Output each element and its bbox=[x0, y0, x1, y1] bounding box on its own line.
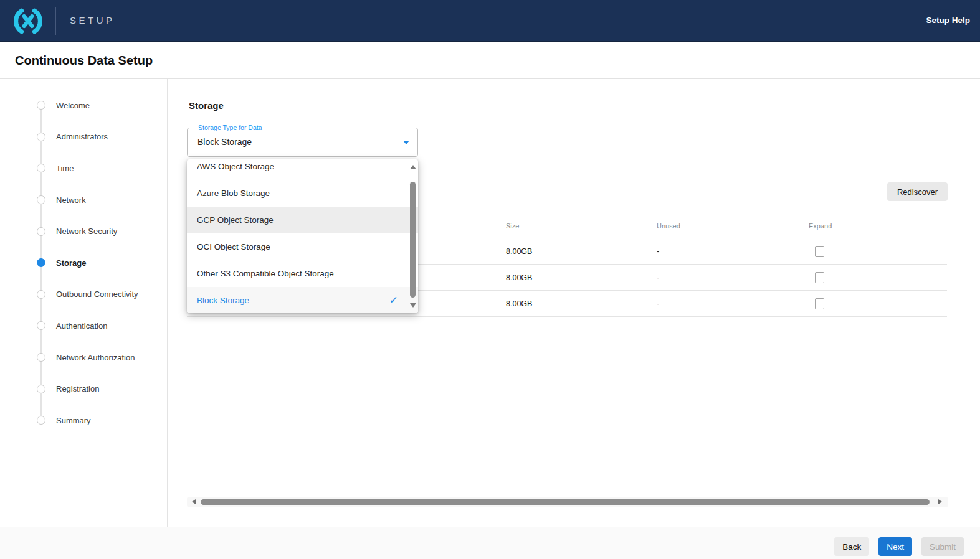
cell-unused: - bbox=[657, 265, 659, 291]
cell-size: 8.00GB bbox=[506, 291, 532, 317]
expand-checkbox[interactable] bbox=[815, 272, 824, 283]
step-circle-icon bbox=[37, 321, 45, 330]
dropdown-scrollbar-thumb[interactable] bbox=[410, 182, 416, 298]
cell-unused: - bbox=[657, 291, 659, 317]
step-label: Authentication bbox=[56, 321, 107, 331]
step-circle-icon bbox=[37, 385, 45, 393]
rediscover-button[interactable]: Rediscover bbox=[887, 182, 948, 201]
app-root: SETUP Setup Help Continuous Data Setup W… bbox=[0, 0, 980, 559]
submit-button[interactable]: Submit bbox=[921, 537, 964, 556]
wizard-footer: Back Next Submit bbox=[0, 527, 980, 559]
storage-type-dropdown-menu: AWS Object Storage Azure Blob Storage GC… bbox=[187, 159, 418, 313]
cell-size: 8.00GB bbox=[506, 265, 532, 291]
step-welcome[interactable]: Welcome bbox=[0, 90, 168, 121]
dropdown-option-list: AWS Object Storage Azure Blob Storage GC… bbox=[187, 159, 418, 313]
footer-actions: Back Next Submit bbox=[834, 537, 964, 556]
step-label: Summary bbox=[56, 416, 91, 425]
back-button[interactable]: Back bbox=[834, 537, 869, 556]
step-circle-active-icon bbox=[37, 258, 45, 267]
step-network-authorization[interactable]: Network Authorization bbox=[0, 342, 168, 373]
step-outbound-connectivity[interactable]: Outbound Connectivity bbox=[0, 279, 168, 311]
step-summary[interactable]: Summary bbox=[0, 405, 168, 436]
setup-stepper: Welcome Administrators Time Network Netw… bbox=[0, 90, 168, 436]
step-circle-icon bbox=[37, 101, 45, 110]
step-network-security[interactable]: Network Security bbox=[0, 215, 168, 247]
step-time[interactable]: Time bbox=[0, 153, 168, 184]
step-circle-icon bbox=[37, 164, 45, 172]
cell-size: 8.00GB bbox=[506, 238, 532, 265]
delphix-logo-icon bbox=[9, 6, 47, 37]
option-other-s3-compatible[interactable]: Other S3 Compatible Object Storage bbox=[187, 260, 418, 287]
scroll-up-arrow-icon[interactable] bbox=[410, 165, 416, 169]
step-circle-icon bbox=[37, 133, 45, 141]
step-circle-icon bbox=[37, 416, 45, 425]
step-network[interactable]: Network bbox=[0, 184, 168, 216]
setup-help-link[interactable]: Setup Help bbox=[926, 0, 970, 41]
horizontal-scrollbar-thumb[interactable] bbox=[201, 499, 930, 505]
step-label: Network Security bbox=[56, 227, 117, 236]
step-registration[interactable]: Registration bbox=[0, 373, 168, 405]
column-header-expand: Expand bbox=[809, 222, 832, 230]
scroll-down-arrow-icon[interactable] bbox=[410, 303, 416, 308]
cell-unused: - bbox=[657, 238, 659, 265]
option-aws-object-storage[interactable]: AWS Object Storage bbox=[187, 159, 418, 180]
top-bar: SETUP Setup Help bbox=[0, 0, 980, 42]
step-label: Outbound Connectivity bbox=[56, 289, 138, 299]
title-bar: Continuous Data Setup bbox=[0, 42, 980, 79]
column-header-unused: Unused bbox=[657, 222, 680, 230]
scroll-right-arrow-icon[interactable] bbox=[938, 499, 942, 504]
step-administrators[interactable]: Administrators bbox=[0, 121, 168, 153]
step-storage-active[interactable]: Storage bbox=[0, 247, 168, 279]
option-gcp-object-storage[interactable]: GCP Object Storage bbox=[187, 207, 418, 233]
step-label: Network bbox=[56, 195, 86, 205]
step-authentication[interactable]: Authentication bbox=[0, 310, 168, 342]
column-header-size: Size bbox=[506, 222, 519, 230]
next-button[interactable]: Next bbox=[878, 537, 912, 556]
scroll-left-arrow-icon[interactable] bbox=[192, 499, 196, 504]
step-circle-icon bbox=[37, 353, 45, 362]
dropdown-scrollbar bbox=[409, 159, 417, 313]
option-oci-object-storage[interactable]: OCI Object Storage bbox=[187, 233, 418, 260]
step-label: Time bbox=[56, 164, 74, 173]
option-azure-blob-storage[interactable]: Azure Blob Storage bbox=[187, 180, 418, 207]
step-label: Administrators bbox=[56, 132, 108, 141]
expand-checkbox[interactable] bbox=[815, 298, 824, 309]
storage-section-title: Storage bbox=[189, 100, 224, 111]
check-icon: ✓ bbox=[389, 287, 398, 313]
page-title: Continuous Data Setup bbox=[15, 42, 153, 79]
option-label: Block Storage bbox=[197, 296, 249, 305]
step-circle-icon bbox=[37, 195, 45, 204]
caret-down-icon bbox=[403, 141, 409, 144]
step-label: Storage bbox=[56, 258, 86, 268]
storage-type-selected-value: Block Storage bbox=[197, 128, 252, 156]
step-label: Registration bbox=[56, 384, 99, 393]
topbar-divider bbox=[55, 7, 56, 35]
step-circle-icon bbox=[37, 290, 45, 299]
option-block-storage-selected[interactable]: Block Storage ✓ bbox=[187, 287, 418, 313]
step-label: Welcome bbox=[56, 101, 90, 110]
step-circle-icon bbox=[37, 227, 45, 236]
step-label: Network Authorization bbox=[56, 353, 135, 362]
expand-checkbox[interactable] bbox=[815, 246, 824, 257]
brand-text: SETUP bbox=[70, 0, 115, 41]
storage-type-select[interactable]: Storage Type for Data Block Storage bbox=[187, 128, 418, 157]
horizontal-scrollbar bbox=[187, 497, 948, 507]
